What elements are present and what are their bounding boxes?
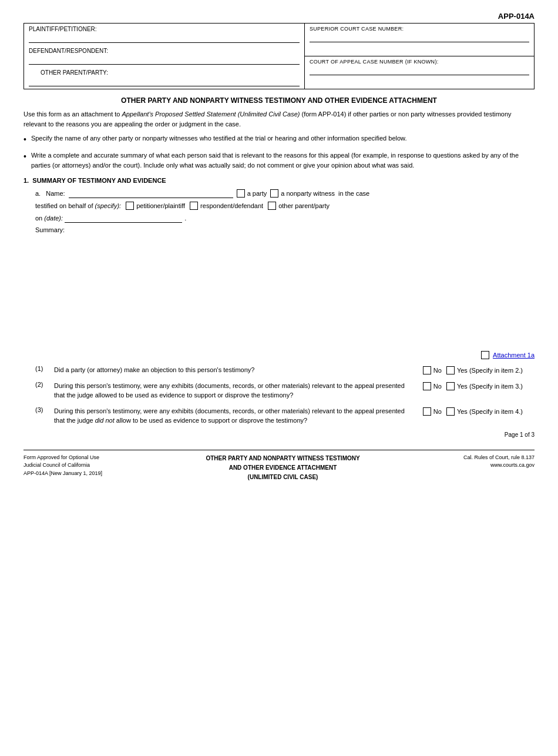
party-checkbox-group: a party [237, 189, 267, 198]
q3-no-checkbox[interactable] [423, 407, 431, 416]
q1-no-label: No [433, 367, 442, 374]
summary-label: Summary: [35, 226, 535, 233]
footer-left-line1: Form Approved for Optional Use [23, 454, 102, 462]
question-3-text: During this person's testimony, were any… [54, 406, 414, 426]
other-parent-label: OTHER PARENT/PARTY: [29, 69, 300, 76]
question-1-row: (1) Did a party (or attorney) make an ob… [23, 365, 535, 375]
question-2-text: During this person's testimony, were any… [54, 381, 414, 400]
other-parent-checkbox[interactable] [268, 202, 276, 210]
q3-yes-label: Yes (Specify in item 4.) [457, 408, 523, 415]
question-1-answers: No Yes (Specify in item 2.) [423, 365, 523, 374]
incase-label: in the case [338, 190, 369, 197]
item-a-label: a. [35, 190, 42, 197]
nonparty-checkbox-group: a nonparty witness [270, 189, 335, 198]
footer-left-line3: APP-014A [New January 1, 2019] [23, 470, 102, 478]
q3-no-label: No [433, 408, 442, 415]
footer-right-line1: Cal. Rules of Court, rule 8.137 [463, 454, 535, 462]
section1-header: 1. SUMMARY OF TESTIMONY AND EVIDENCE [23, 177, 535, 184]
respondent-label: respondent/defendant [200, 202, 263, 209]
q2-no-group: No [423, 382, 442, 390]
footer-center-line1: OTHER PARTY AND NONPARTY WITNESS TESTIMO… [206, 454, 359, 463]
footer-right-line2: www.courts.ca.gov [463, 461, 535, 470]
footer-right: Cal. Rules of Court, rule 8.137 www.cour… [463, 454, 535, 470]
page-number: Page 1 of 3 [23, 431, 535, 438]
q1-no-checkbox[interactable] [423, 366, 431, 374]
question-3-answers: No Yes (Specify in item 4.) [423, 406, 523, 416]
appeal-case-label: COURT OF APPEAL CASE NUMBER (if known): [310, 59, 529, 65]
footer-center: OTHER PARTY AND NONPARTY WITNESS TESTIMO… [206, 454, 359, 482]
name-label: Name: [46, 190, 65, 197]
defendant-label: DEFENDANT/RESPONDENT: [29, 48, 300, 54]
header-table: PLAINTIFF/PETITIONER: DEFENDANT/RESPONDE… [23, 23, 535, 89]
question-3-num: (3) [35, 406, 49, 413]
footer-left: Form Approved for Optional Use Judicial … [23, 454, 102, 478]
q2-yes-label: Yes (Specify in item 3.) [457, 383, 523, 390]
date-row: on (date): . [35, 213, 535, 223]
superior-court-label: SUPERIOR COURT CASE NUMBER: [310, 26, 529, 32]
question-3-row: (3) During this person's testimony, were… [23, 406, 535, 426]
q2-no-label: No [433, 383, 442, 390]
nonparty-label: a nonparty witness [281, 190, 335, 197]
footer: Form Approved for Optional Use Judicial … [23, 450, 535, 482]
testified-label: testified on behalf of (specify): [35, 202, 121, 209]
petitioner-checkbox[interactable] [126, 202, 134, 210]
date-period: . [184, 215, 186, 222]
footer-center-line3: (UNLIMITED CIVIL CASE) [206, 473, 359, 482]
q3-yes-group: Yes (Specify in item 4.) [446, 407, 523, 416]
q1-no-group: No [423, 366, 442, 374]
q2-no-checkbox[interactable] [423, 382, 431, 390]
bullet-1: • Specify the name of any other party or… [23, 133, 535, 146]
attachment-checkbox[interactable] [481, 351, 489, 359]
plaintiff-label: PLAINTIFF/PETITIONER: [29, 26, 300, 32]
question-2-row: (2) During this person's testimony, were… [23, 381, 535, 400]
form-number: APP-014A [23, 12, 535, 21]
testified-row: testified on behalf of (specify): petiti… [35, 202, 535, 210]
q1-yes-checkbox[interactable] [446, 366, 455, 374]
q3-yes-checkbox[interactable] [446, 407, 455, 416]
intro-text: Use this form as an attachment to Appell… [23, 109, 535, 129]
footer-left-line2: Judicial Council of California [23, 461, 102, 470]
petitioner-checkbox-group: petitioner/plaintiff [126, 202, 185, 210]
other-parent-value[interactable] [29, 77, 300, 86]
nonparty-checkbox[interactable] [270, 189, 278, 198]
date-input[interactable] [65, 213, 182, 223]
q1-yes-group: Yes (Specify in item 2.) [446, 366, 523, 374]
form-title: OTHER PARTY AND NONPARTY WITNESS TESTIMO… [23, 96, 535, 105]
question-1-text: Did a party (or attorney) make an object… [54, 365, 414, 375]
name-row: a. Name: a party a nonparty witness in t… [35, 189, 535, 198]
q2-yes-checkbox[interactable] [446, 382, 455, 390]
plaintiff-value[interactable] [29, 34, 300, 43]
q3-no-group: No [423, 407, 442, 416]
bottom-section: Attachment 1a (1) Did a party (or attorn… [23, 351, 535, 426]
defendant-value[interactable] [29, 55, 300, 65]
other-parent-checkbox-group: other parent/party [268, 202, 330, 210]
question-1-num: (1) [35, 365, 49, 372]
other-parent-party-label: other parent/party [278, 202, 330, 209]
superior-court-value[interactable] [310, 33, 529, 42]
respondent-checkbox[interactable] [190, 202, 198, 210]
name-input[interactable] [69, 189, 233, 198]
petitioner-label: petitioner/plaintiff [136, 202, 185, 209]
appeal-case-value[interactable] [310, 66, 529, 75]
attachment-link[interactable]: Attachment 1a [493, 352, 535, 359]
q2-yes-group: Yes (Specify in item 3.) [446, 382, 523, 390]
question-2-num: (2) [35, 381, 49, 388]
question-2-answers: No Yes (Specify in item 3.) [423, 381, 523, 390]
bullet-2: • Write a complete and accurate summary … [23, 150, 535, 170]
attachment-row: Attachment 1a [23, 351, 535, 359]
party-checkbox[interactable] [237, 189, 245, 198]
date-label: on (date): [35, 215, 65, 222]
party-label: a party [247, 190, 267, 197]
respondent-checkbox-group: respondent/defendant [190, 202, 263, 210]
q1-yes-label: Yes (Specify in item 2.) [457, 367, 523, 374]
footer-center-line2: AND OTHER EVIDENCE ATTACHMENT [206, 463, 359, 473]
